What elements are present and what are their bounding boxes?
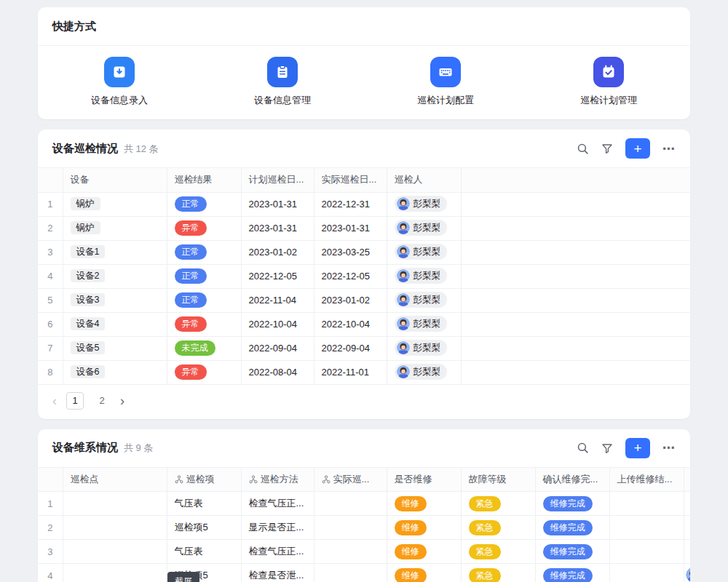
inspector-cell[interactable]: 彭梨梨 [387, 288, 461, 312]
level-cell[interactable]: 紧急 [461, 564, 535, 582]
table-row[interactable]: 3 气压表 检查气压正... 维修 紧急 维修完成 [38, 540, 690, 564]
search-icon[interactable] [577, 442, 589, 454]
device-cell[interactable]: 设备3 [63, 288, 167, 312]
column-header-point[interactable]: 巡检点 [63, 468, 167, 492]
planned-date-cell[interactable]: 2022-09-04 [241, 336, 314, 360]
repair-cell[interactable]: 维修 [387, 564, 461, 582]
repair-cell[interactable]: 维修 [387, 492, 461, 516]
repair-cell[interactable]: 维修 [387, 516, 461, 540]
item-cell[interactable]: 巡检项5 [167, 516, 241, 540]
actual-date-cell[interactable]: 2022-12-05 [314, 264, 387, 288]
column-header-upload[interactable]: 上传维修结... [609, 468, 684, 492]
actual-date-cell[interactable]: 2023-01-31 [314, 216, 387, 240]
table-row[interactable]: 5 设备3 正常 2022-11-04 2023-01-02 彭梨梨 [38, 288, 690, 312]
inspector-cell[interactable]: 彭梨梨 [387, 216, 461, 240]
shortcut-plan-config[interactable]: 巡检计划配置 [364, 57, 527, 107]
column-header-repair[interactable]: 是否维修 [387, 468, 461, 492]
confirm-cell[interactable]: 维修完成 [535, 540, 609, 564]
prev-page-icon[interactable]: ‹ [52, 394, 57, 407]
method-cell[interactable]: 检查气压正... [241, 540, 314, 564]
confirm-cell[interactable]: 维修完成 [535, 516, 609, 540]
next-page-icon[interactable]: › [120, 394, 124, 407]
column-header-result[interactable]: 巡检结果 [167, 168, 241, 192]
inspector-cell[interactable]: 彭梨梨 [387, 240, 461, 264]
item-cell[interactable]: 气压表 [167, 540, 241, 564]
level-cell[interactable]: 紧急 [461, 540, 535, 564]
table-row[interactable]: 4 设备2 正常 2022-12-05 2022-12-05 彭梨梨 [38, 264, 690, 288]
column-header-device[interactable]: 设备 [63, 168, 167, 192]
result-cell[interactable]: 正常 [167, 264, 241, 288]
repair-cell[interactable]: 维修 [387, 540, 461, 564]
planned-date-cell[interactable]: 2022-10-04 [241, 312, 314, 336]
actual-cell[interactable] [314, 516, 387, 540]
device-cell[interactable]: 锅炉 [63, 192, 167, 216]
upload-cell[interactable] [609, 564, 684, 582]
shortcut-device-entry[interactable]: 设备信息录入 [38, 57, 201, 107]
cut-cell[interactable] [684, 492, 690, 516]
planned-date-cell[interactable]: 2023-01-31 [241, 216, 314, 240]
cut-cell[interactable] [684, 540, 690, 564]
device-cell[interactable]: 设备2 [63, 264, 167, 288]
inspector-cell[interactable]: 彭梨梨 [387, 312, 461, 336]
table-row[interactable]: 4 巡检项5 检查是否泄... 维修 紧急 维修完成 [38, 564, 690, 582]
table-row[interactable]: 2 锅炉 异常 2023-01-31 2023-01-31 彭梨梨 [38, 216, 690, 240]
device-cell[interactable]: 设备1 [63, 240, 167, 264]
table-row[interactable]: 6 设备4 异常 2022-10-04 2022-10-04 彭梨梨 [38, 312, 690, 336]
table-row[interactable]: 2 巡检项5 显示是否正... 维修 紧急 维修完成 [38, 516, 690, 540]
column-header-actual-date[interactable]: 实际巡检日... [314, 168, 387, 192]
actual-date-cell[interactable]: 2022-11-01 [314, 360, 387, 384]
actual-date-cell[interactable]: 2022-12-31 [314, 192, 387, 216]
planned-date-cell[interactable]: 2022-11-04 [241, 288, 314, 312]
point-cell[interactable] [63, 564, 167, 582]
more-actions-button[interactable]: ⋯ [662, 440, 676, 455]
level-cell[interactable]: 紧急 [461, 492, 535, 516]
table-row[interactable]: 7 设备5 未完成 2022-09-04 2022-09-04 彭梨梨 [38, 336, 690, 360]
actual-cell[interactable] [314, 540, 387, 564]
upload-cell[interactable] [609, 516, 684, 540]
column-header-inspector[interactable]: 巡检人 [387, 168, 461, 192]
filter-icon[interactable] [601, 143, 613, 154]
table-row[interactable]: 1 锅炉 正常 2023-01-31 2022-12-31 彭梨梨 [38, 192, 690, 216]
table-row[interactable]: 1 气压表 检查气压正... 维修 紧急 维修完成 [38, 492, 690, 516]
add-record-button[interactable]: + [625, 138, 650, 159]
shortcut-device-manage[interactable]: 设备信息管理 [201, 57, 364, 107]
column-header-actual[interactable]: 实际巡... [314, 468, 387, 492]
column-header-item[interactable]: 巡检项 [167, 468, 241, 492]
shortcut-plan-manage[interactable]: 巡检计划管理 [527, 57, 690, 107]
inspector-cell[interactable]: 彭梨梨 [387, 192, 461, 216]
point-cell[interactable] [63, 516, 167, 540]
inspector-cell[interactable]: 彭梨梨 [387, 264, 461, 288]
cut-cell[interactable] [684, 516, 690, 540]
page-button-2[interactable]: 2 [93, 392, 111, 410]
actual-date-cell[interactable]: 2022-09-04 [314, 336, 387, 360]
planned-date-cell[interactable]: 2023-01-02 [241, 240, 314, 264]
result-cell[interactable]: 未完成 [167, 336, 241, 360]
inspector-cell[interactable]: 彭梨梨 [387, 336, 461, 360]
column-header-method[interactable]: 巡检方法 [241, 468, 314, 492]
inspector-cell[interactable]: 彭梨梨 [387, 360, 461, 384]
table-row[interactable]: 3 设备1 正常 2023-01-02 2023-03-25 彭梨梨 [38, 240, 690, 264]
planned-date-cell[interactable]: 2022-12-05 [241, 264, 314, 288]
column-header-confirm[interactable]: 确认维修完... [535, 468, 609, 492]
level-cell[interactable]: 紧急 [461, 516, 535, 540]
table-row[interactable]: 8 设备6 异常 2022-08-04 2022-11-01 彭梨梨 [38, 360, 690, 384]
filter-icon[interactable] [601, 442, 613, 454]
upload-cell[interactable] [609, 540, 684, 564]
device-cell[interactable]: 设备4 [63, 312, 167, 336]
upload-cell[interactable] [609, 492, 684, 516]
result-cell[interactable]: 异常 [167, 312, 241, 336]
point-cell[interactable] [63, 492, 167, 516]
planned-date-cell[interactable]: 2023-01-31 [241, 192, 314, 216]
page-button-1[interactable]: 1 [66, 392, 84, 410]
result-cell[interactable]: 异常 [167, 360, 241, 384]
method-cell[interactable]: 检查气压正... [241, 492, 314, 516]
confirm-cell[interactable]: 维修完成 [535, 492, 609, 516]
confirm-cell[interactable]: 维修完成 [535, 564, 609, 582]
actual-date-cell[interactable]: 2023-01-02 [314, 288, 387, 312]
actual-date-cell[interactable]: 2022-10-04 [314, 312, 387, 336]
device-cell[interactable]: 设备5 [63, 336, 167, 360]
device-cell[interactable]: 设备6 [63, 360, 167, 384]
point-cell[interactable] [63, 540, 167, 564]
method-cell[interactable]: 检查是否泄... [241, 564, 314, 582]
result-cell[interactable]: 正常 [167, 240, 241, 264]
